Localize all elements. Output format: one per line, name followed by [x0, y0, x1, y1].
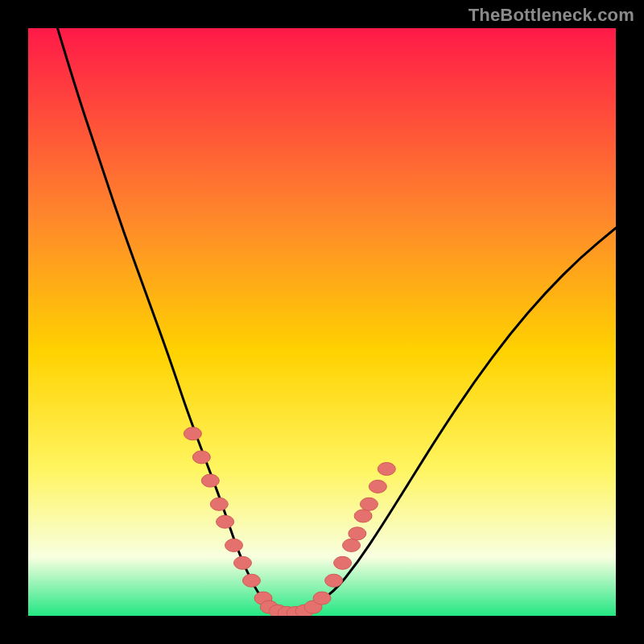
data-marker — [334, 556, 352, 569]
data-marker — [378, 463, 395, 476]
data-marker — [192, 451, 210, 464]
data-marker — [343, 539, 361, 551]
data-marker — [360, 497, 378, 510]
data-marker — [210, 497, 228, 510]
data-marker — [201, 474, 219, 487]
data-marker — [369, 480, 386, 493]
data-marker — [313, 592, 331, 605]
data-marker — [233, 556, 251, 569]
data-marker — [217, 515, 234, 528]
data-marker — [184, 427, 201, 440]
watermark-text: TheBottleneck.com — [469, 5, 634, 26]
data-marker — [225, 539, 243, 551]
data-marker — [354, 510, 372, 522]
bottleneck-line-chart — [28, 28, 616, 616]
chart-frame: TheBottleneck.com — [0, 0, 644, 644]
data-marker — [325, 574, 343, 587]
data-marker — [242, 574, 260, 587]
gradient-background — [28, 28, 616, 616]
plot-area — [28, 28, 616, 616]
data-marker — [349, 527, 366, 540]
